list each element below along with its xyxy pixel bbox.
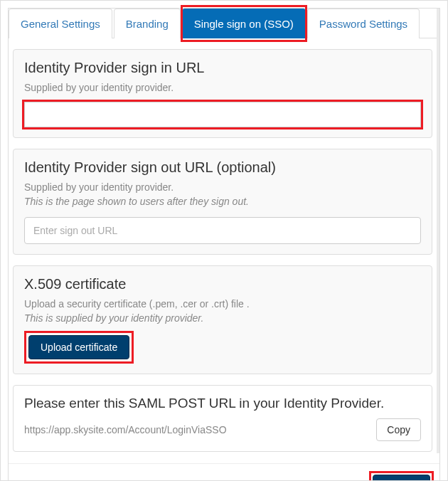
- tab-branding[interactable]: Branding: [114, 9, 181, 38]
- panel-x509-cert: X.509 certificate Upload a security cert…: [13, 265, 432, 374]
- panel-signin-url: Identity Provider sign in URL Supplied b…: [13, 49, 432, 138]
- panel-saml-url: Please enter this SAML POST URL in your …: [13, 385, 432, 452]
- label-signout-help1: Supplied by your identity provider.: [24, 181, 421, 193]
- signin-url-input[interactable]: [24, 102, 421, 127]
- signout-url-input[interactable]: [24, 217, 421, 244]
- tab-password-settings[interactable]: Password Settings: [307, 9, 420, 38]
- label-cert-title: X.509 certificate: [24, 276, 421, 292]
- label-cert-help2: This is supplied by your identity provid…: [24, 312, 421, 324]
- label-signout-title: Identity Provider sign out URL (optional…: [24, 159, 421, 176]
- label-signin-help: Supplied by your identity provider.: [24, 82, 421, 93]
- copy-button[interactable]: Copy: [376, 418, 421, 441]
- tab-sso[interactable]: Single sign on (SSO): [182, 9, 306, 38]
- footer: Save: [9, 464, 439, 481]
- label-signin-title: Identity Provider sign in URL: [24, 60, 421, 76]
- label-saml-title: Please enter this SAML POST URL in your …: [24, 396, 421, 411]
- label-cert-help1: Upload a security certificate (.pem, .ce…: [24, 298, 421, 310]
- save-button[interactable]: Save: [373, 475, 430, 481]
- panel-signout-url: Identity Provider sign out URL (optional…: [13, 149, 432, 255]
- tabs-nav: General Settings Branding Single sign on…: [9, 9, 437, 38]
- upload-certificate-button[interactable]: Upload certificate: [28, 335, 129, 359]
- tab-general-settings[interactable]: General Settings: [9, 9, 112, 38]
- label-signout-help2: This is the page shown to users after th…: [24, 196, 421, 207]
- saml-post-url: https://app.skysite.com/Account/LoginVia…: [24, 424, 369, 435]
